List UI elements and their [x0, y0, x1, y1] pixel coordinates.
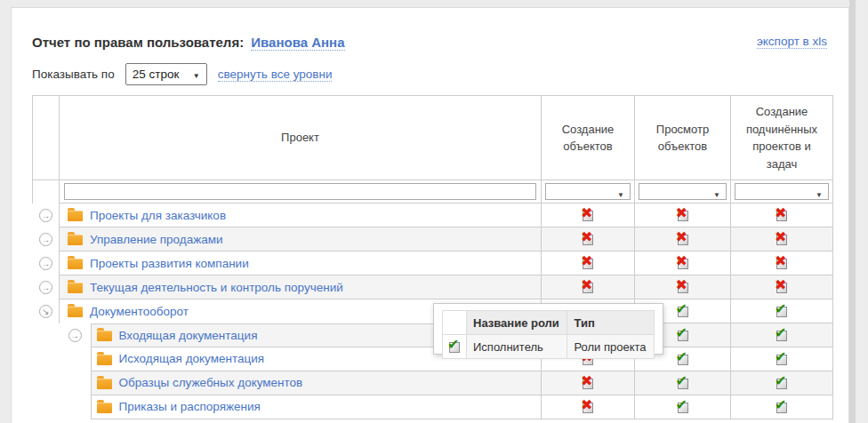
arrow-down-icon: [39, 305, 52, 318]
check-icon: [776, 403, 787, 413]
check-icon: [678, 307, 688, 317]
cross-icon: [583, 259, 593, 269]
tooltip-type-column-header: Тип: [567, 311, 655, 335]
folder-icon: [68, 259, 83, 269]
cross-icon: [583, 379, 593, 389]
permission-cell[interactable]: [542, 227, 635, 251]
create-subprojects-filter-dropdown[interactable]: [735, 183, 829, 200]
cross-icon: [583, 403, 593, 413]
project-link[interactable]: Документооборот: [90, 305, 189, 318]
folder-icon: [68, 235, 83, 245]
project-link[interactable]: Текущая деятельность и контроль поручени…: [90, 281, 343, 294]
cross-icon: [776, 283, 787, 293]
project-column-header: Проект: [60, 96, 542, 180]
permission-cell[interactable]: [731, 371, 833, 395]
tooltip-row: Исполнитель Роли проекта: [443, 335, 655, 359]
permission-cell[interactable]: [542, 251, 635, 275]
collapse-all-link[interactable]: свернуть все уровни: [218, 68, 333, 82]
project-link[interactable]: Управление продажами: [90, 233, 223, 246]
permission-cell[interactable]: [542, 395, 635, 419]
table-row: Проекты развития компании: [33, 251, 833, 275]
check-icon: [776, 307, 787, 317]
content-card: Отчет по правам пользователя: Иванова Ан…: [11, 7, 849, 423]
permission-cell[interactable]: [635, 251, 731, 275]
folder-icon: [97, 379, 112, 389]
project-link[interactable]: Проекты для заказчиков: [90, 209, 226, 222]
expand-row-button[interactable]: [68, 328, 82, 343]
check-icon: [776, 355, 787, 365]
cross-icon: [678, 211, 688, 221]
permission-cell[interactable]: [731, 347, 833, 371]
expand-row-button[interactable]: [39, 208, 52, 223]
expand-row-button[interactable]: [39, 256, 52, 271]
user-link[interactable]: Иванова Анна: [251, 35, 344, 51]
check-icon: [776, 331, 787, 341]
page-background: Отчет по правам пользователя: Иванова Ан…: [0, 0, 868, 423]
permission-cell[interactable]: [635, 275, 731, 299]
create-objects-filter-dropdown[interactable]: [545, 183, 631, 200]
permission-cell[interactable]: [731, 323, 833, 347]
check-icon: [678, 379, 688, 389]
tooltip-type-value: Роли проекта: [567, 335, 655, 359]
page-size-select[interactable]: 25 строк: [125, 63, 207, 85]
folder-icon: [97, 355, 112, 365]
table-row: Текущая деятельность и контроль поручени…: [33, 275, 833, 299]
cross-icon: [678, 259, 688, 269]
chevron-down-icon: [713, 187, 720, 200]
arrow-right-icon: [39, 257, 52, 270]
chevron-down-icon: [816, 187, 823, 200]
view-objects-column-header: Просмотр объектов: [635, 96, 731, 180]
table-row: Управление продажами: [33, 227, 833, 251]
project-link[interactable]: Исходящая документация: [119, 352, 265, 365]
export-xls-link[interactable]: экспорт в xls: [757, 35, 827, 49]
permission-cell[interactable]: [542, 275, 635, 299]
collapse-row-button[interactable]: [39, 304, 52, 319]
permission-cell[interactable]: [731, 395, 833, 419]
scrollbar[interactable]: [849, 0, 856, 423]
title-bar: Отчет по правам пользователя: Иванова Ан…: [12, 8, 848, 50]
chevron-down-icon: [617, 187, 624, 200]
permission-cell[interactable]: [542, 371, 635, 395]
report-title-label: Отчет по правам пользователя:: [32, 35, 244, 50]
folder-icon: [68, 283, 83, 293]
permission-cell[interactable]: [731, 299, 833, 323]
filter-row: [33, 180, 833, 204]
show-per-label: Показывать по: [32, 68, 115, 81]
permission-cell[interactable]: [635, 371, 731, 395]
check-icon: [678, 355, 688, 365]
expand-row-button[interactable]: [39, 232, 52, 247]
project-link[interactable]: Приказы и распоряжения: [119, 400, 261, 413]
permission-cell[interactable]: [635, 227, 731, 251]
arrow-right-icon: [39, 233, 52, 246]
permission-cell[interactable]: [635, 204, 731, 227]
cross-icon: [583, 283, 593, 293]
project-link[interactable]: Проекты развития компании: [90, 257, 249, 270]
permission-cell[interactable]: [731, 204, 833, 227]
check-icon: [678, 403, 688, 413]
view-objects-filter-dropdown[interactable]: [639, 183, 727, 200]
folder-icon: [68, 211, 83, 221]
table-row: Приказы и распоряжения: [33, 395, 833, 419]
filter-empty-cell: [33, 180, 60, 204]
permission-cell[interactable]: [542, 204, 635, 227]
permission-cell[interactable]: [731, 227, 833, 251]
cross-icon: [583, 235, 593, 245]
project-link[interactable]: Образцы служебных документов: [119, 376, 303, 389]
arrow-right-icon: [68, 329, 82, 342]
permission-cell[interactable]: [731, 251, 833, 275]
expand-row-button[interactable]: [39, 280, 52, 295]
cross-icon: [776, 211, 787, 221]
project-filter-input[interactable]: [64, 183, 536, 200]
folder-icon: [97, 331, 112, 341]
permission-cell[interactable]: [635, 395, 731, 419]
cross-icon: [678, 235, 688, 245]
permission-cell[interactable]: [731, 275, 833, 299]
project-link[interactable]: Входящая документация: [119, 329, 258, 342]
cross-icon: [776, 235, 787, 245]
create-subprojects-column-header: Создание подчинённых проектов и задач: [731, 96, 833, 180]
arrow-right-icon: [39, 209, 52, 222]
rights-table: Проект Создание объектов Просмотр объект…: [32, 95, 833, 419]
check-icon: [776, 379, 787, 389]
cross-icon: [678, 283, 688, 293]
cross-icon: [776, 259, 787, 269]
